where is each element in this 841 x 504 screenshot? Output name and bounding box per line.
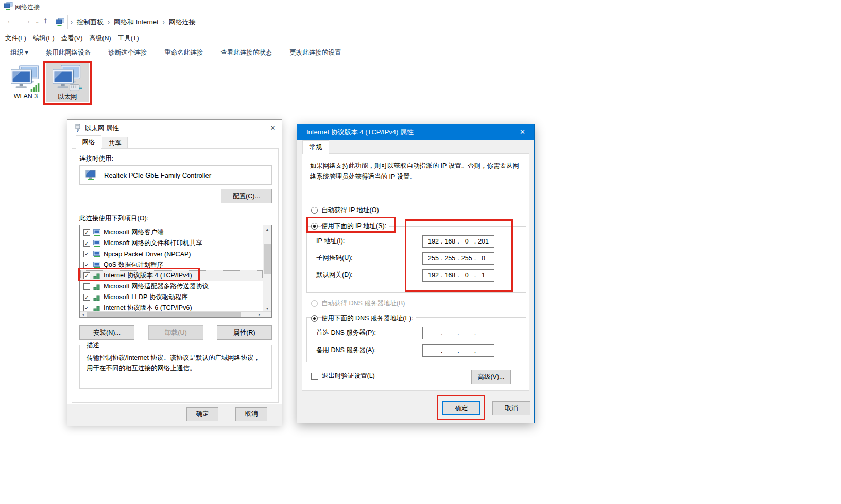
breadcrumb-item[interactable]: 网络和 Internet xyxy=(111,18,161,27)
radio-icon[interactable] xyxy=(311,207,318,214)
ok-button[interactable]: 确定 xyxy=(186,407,218,421)
connection-label: WLAN 3 xyxy=(14,93,38,100)
back-icon[interactable]: ← xyxy=(6,16,15,25)
checkbox-label: 退出时验证设置(L) xyxy=(322,372,375,380)
cancel-button[interactable]: 取消 xyxy=(492,401,530,415)
ip-field-row: 默认网关(D):192.168.0.1 xyxy=(316,266,494,283)
uninstall-button: 卸载(U) xyxy=(148,325,203,340)
client-icon xyxy=(93,251,100,257)
radio-manual-dns[interactable]: 使用下面的 DNS 服务器地址(E): xyxy=(311,314,416,323)
ip-field-input[interactable]: 192.168.0.201 xyxy=(422,235,494,248)
scrollbar-thumb[interactable] xyxy=(264,244,271,274)
wlan-adapter-icon xyxy=(11,65,41,92)
protocol-label: Npcap Packet Driver (NPCAP) xyxy=(104,251,191,258)
ip-octet: 0 xyxy=(476,255,491,262)
ip-field-label: IP 地址(I): xyxy=(316,237,345,246)
horizontal-scrollbar[interactable]: ◄ ► xyxy=(80,311,271,317)
breadcrumb-item[interactable]: 网络连接 xyxy=(166,18,198,27)
checkbox-icon[interactable]: ✓ xyxy=(83,240,90,247)
cancel-button[interactable]: 取消 xyxy=(235,407,267,421)
protocol-list-item[interactable]: ✓Microsoft LLDP 协议驱动程序 xyxy=(80,292,263,303)
close-icon[interactable]: ✕ xyxy=(266,121,280,134)
protocol-label: Microsoft 网络适配器多路传送器协议 xyxy=(104,282,209,291)
ethernet-plug-icon xyxy=(74,124,81,132)
radio-selected-icon[interactable] xyxy=(311,223,318,230)
protocol-list-item[interactable]: ✓Microsoft 网络客户端 xyxy=(80,227,263,238)
breadcrumb-separator-icon: › xyxy=(69,19,74,26)
dialog-title: Internet 协议版本 4 (TCP/IPv4) 属性 xyxy=(306,128,414,137)
checkbox-icon[interactable]: ✓ xyxy=(83,262,90,268)
ipv4-properties-dialog: Internet 协议版本 4 (TCP/IPv4) 属性 ✕ 常规 如果网络支… xyxy=(297,124,535,423)
dialog-titlebar[interactable]: Internet 协议版本 4 (TCP/IPv4) 属性 ✕ xyxy=(297,124,534,140)
scrollbar-thumb[interactable] xyxy=(87,312,241,317)
ip-octet: 192 xyxy=(426,238,441,245)
protocol-list-item[interactable]: ✓QoS 数据包计划程序 xyxy=(80,259,263,270)
toolbar-item[interactable]: 查看此连接的状态 xyxy=(220,48,272,57)
dns-field-row: 首选 DNS 服务器(P):... xyxy=(316,324,494,341)
scroll-right-icon[interactable]: ► xyxy=(256,312,263,317)
vertical-scrollbar[interactable]: ▲ ▼ xyxy=(263,225,271,312)
configure-button[interactable]: 配置(C)... xyxy=(221,189,272,203)
protocol-list-item[interactable]: ✓Internet 协议版本 4 (TCP/IPv4) xyxy=(80,270,263,281)
protocol-list-item[interactable]: ✓Microsoft 网络的文件和打印机共享 xyxy=(80,238,263,249)
menu-item[interactable]: 工具(T) xyxy=(118,34,139,43)
radio-manual-ip[interactable]: 使用下面的 IP 地址(S): xyxy=(311,222,389,231)
up-icon[interactable]: ↑ xyxy=(43,16,48,25)
scroll-left-icon[interactable]: ◄ xyxy=(80,312,86,317)
network-connections-window: 网络连接 ← → ⌄ ↑ ›控制面板›网络和 Internet›网络连接 文件(… xyxy=(0,0,841,504)
toolbar-item[interactable]: 诊断这个连接 xyxy=(108,48,147,57)
ip-field-input[interactable]: 255.255.255.0 xyxy=(422,252,494,265)
history-dropdown-icon[interactable]: ⌄ xyxy=(35,19,39,24)
toolbar-item[interactable]: 重命名此连接 xyxy=(164,48,203,57)
menu-item[interactable]: 查看(V) xyxy=(61,34,83,43)
dns-field-input[interactable]: ... xyxy=(422,327,494,339)
checkbox-icon[interactable]: ✓ xyxy=(83,251,90,257)
checkbox-icon[interactable] xyxy=(311,373,318,380)
address-bar-icon[interactable] xyxy=(53,15,68,29)
dns-field-input[interactable]: ... xyxy=(422,344,494,357)
checkbox-icon[interactable] xyxy=(83,283,90,290)
connection-wlan3[interactable]: WLAN 3 xyxy=(4,63,47,102)
protocol-list-item[interactable]: ✓Npcap Packet Driver (NPCAP) xyxy=(80,249,263,259)
ip-fields: IP 地址(I):192.168.0.201子网掩码(U):255.255.25… xyxy=(316,232,494,283)
toolbar-organize-button[interactable]: 组织 ▾ xyxy=(10,48,28,57)
toolbar-item[interactable]: 禁用此网络设备 xyxy=(46,48,91,57)
breadcrumb-item[interactable]: 控制面板 xyxy=(74,18,106,27)
dialog-title: 以太网 属性 xyxy=(85,124,119,133)
adapter-name: Realtek PCIe GbE Family Controller xyxy=(104,171,211,179)
forward-icon[interactable]: → xyxy=(23,16,31,25)
advanced-button[interactable]: 高级(V)... xyxy=(471,370,511,384)
radio-selected-icon[interactable] xyxy=(311,315,318,322)
client-icon xyxy=(93,262,100,268)
dialog-titlebar[interactable]: 以太网 属性 ✕ xyxy=(67,120,282,135)
protocol-icon xyxy=(93,272,100,279)
rj45-plug-icon xyxy=(70,85,82,91)
protocol-label: Microsoft 网络客户端 xyxy=(104,228,164,237)
properties-button[interactable]: 属性(R) xyxy=(217,325,272,340)
checkbox-icon[interactable]: ✓ xyxy=(83,294,90,301)
ip-octet: 255 xyxy=(459,255,474,262)
connection-ethernet[interactable]: 以太网 xyxy=(46,63,89,102)
ip-dot-separator: . xyxy=(441,329,442,337)
protocol-list-item[interactable]: Microsoft 网络适配器多路传送器协议 xyxy=(80,281,263,292)
protocol-label: QoS 数据包计划程序 xyxy=(104,260,163,269)
tab-network[interactable]: 网络 xyxy=(76,135,101,149)
radio-auto-ip[interactable]: 自动获得 IP 地址(O) xyxy=(311,206,379,215)
menu-item[interactable]: 高级(N) xyxy=(89,34,111,43)
close-icon[interactable]: ✕ xyxy=(511,124,534,140)
tab-general[interactable]: 常规 xyxy=(302,140,329,154)
radio-label: 自动获得 IP 地址(O) xyxy=(321,206,379,215)
validate-settings-checkbox[interactable]: 退出时验证设置(L) xyxy=(311,372,375,380)
checkbox-icon[interactable]: ✓ xyxy=(83,272,90,279)
checkbox-icon[interactable]: ✓ xyxy=(83,229,90,236)
scroll-up-icon[interactable]: ▲ xyxy=(263,225,271,233)
radio-label: 自动获得 DNS 服务器地址(B) xyxy=(321,299,405,308)
checkbox-icon[interactable]: ✓ xyxy=(83,305,90,311)
tab-sharing[interactable]: 共享 xyxy=(102,137,128,149)
menu-item[interactable]: 编辑(E) xyxy=(33,34,55,43)
ok-button[interactable]: 确定 xyxy=(442,401,480,415)
menu-item[interactable]: 文件(F) xyxy=(5,34,26,43)
ip-field-input[interactable]: 192.168.0.1 xyxy=(422,269,494,282)
toolbar-item[interactable]: 更改此连接的设置 xyxy=(289,48,341,57)
install-button[interactable]: 安装(N)... xyxy=(79,325,134,340)
